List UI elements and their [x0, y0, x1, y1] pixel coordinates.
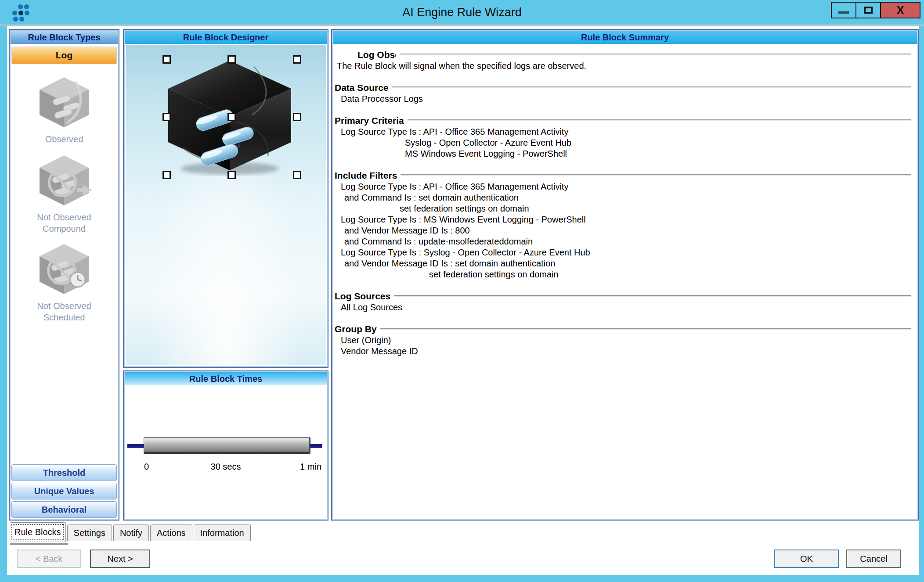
summary-section-heading: Log Sources: [335, 291, 913, 302]
type-label: Not Observed Scheduled: [17, 300, 111, 323]
dialog-client-area: Rule Block Types Log Observed: [7, 26, 919, 575]
summary-line: The Rule Block will signal when the spec…: [335, 61, 913, 72]
selection-handle[interactable]: [227, 171, 236, 179]
tab-label: Settings: [74, 528, 105, 538]
summary-line: User (Origin): [335, 335, 913, 346]
summary-section: Data Source Data Processor Logs: [335, 82, 913, 104]
summary-heading-text: Log Sources: [335, 291, 390, 302]
titlebar: AI Engine Rule Wizard X: [0, 0, 924, 25]
rule-block-types-header: Rule Block Types: [11, 31, 118, 44]
maximize-button[interactable]: [855, 2, 881, 18]
rule-block-summary-panel: Rule Block Summary Log Obse The Rule Blo…: [331, 29, 919, 521]
summary-line: All Log Sources: [335, 302, 913, 313]
tab-label: Information: [200, 528, 244, 538]
summary-line: Vendor Message ID: [335, 346, 913, 357]
summary-line: and Vendor Message ID Is : 800: [335, 225, 913, 236]
window-title: AI Engine Rule Wizard: [0, 0, 924, 25]
cancel-button[interactable]: Cancel: [846, 550, 901, 568]
rule-block-designer-panel: Rule Block Designer: [123, 29, 328, 368]
summary-heading-text: Include Filters: [335, 170, 397, 181]
summary-line: and Command Is : set domain authenticati…: [335, 192, 913, 203]
summary-line: Log Source Type Is : API - Office 365 Ma…: [335, 181, 913, 192]
tab-label: Actions: [157, 528, 186, 538]
summary-section: Primary Criteria Log Source Type Is : AP…: [335, 115, 913, 159]
back-button[interactable]: < Back: [17, 550, 81, 568]
type-label: Observed: [17, 133, 111, 145]
minimize-button[interactable]: [831, 2, 856, 18]
tab-actions[interactable]: Actions: [150, 525, 192, 541]
selection-handle[interactable]: [227, 55, 236, 64]
summary-line: Log Source Type Is : MS Windows Event Lo…: [335, 214, 913, 225]
observed-cube-icon: [33, 72, 95, 133]
selection-handle[interactable]: [162, 113, 171, 121]
heading-rule-line: [400, 54, 911, 54]
summary-section-lines: All Log Sources: [335, 302, 913, 313]
tab-rule-blocks[interactable]: Rule Blocks: [10, 522, 66, 542]
tab-settings[interactable]: Settings: [67, 525, 112, 541]
selection-handle[interactable]: [227, 113, 236, 121]
type-item-not-observed-compound[interactable]: Not Observed Compound: [17, 150, 111, 234]
summary-section-heading: Log Obse: [335, 49, 913, 61]
wizard-tabstrip: Rule Blocks Settings Notify Actions Info…: [10, 522, 252, 545]
ok-button[interactable]: OK: [774, 550, 839, 568]
type-label: Not Observed Compound: [17, 212, 111, 234]
summary-heading-text: Log Obse: [357, 49, 396, 61]
time-slider-ticks: 0 30 secs 1 min: [124, 462, 328, 474]
heading-rule-line: [380, 328, 911, 329]
time-range-bar[interactable]: [144, 437, 310, 454]
summary-sections: Log Obse The Rule Block will signal when…: [334, 45, 916, 518]
tick-1min: 1 min: [300, 462, 321, 472]
tab-notify[interactable]: Notify: [113, 525, 149, 541]
summary-section-lines: User (Origin)Vendor Message ID: [335, 335, 913, 357]
summary-line: set federation settings on domain: [335, 203, 913, 214]
tab-information[interactable]: Information: [194, 525, 251, 541]
heading-rule-line: [394, 295, 911, 296]
behavioral-button[interactable]: Behavioral: [11, 501, 117, 518]
selection-handle[interactable]: [162, 55, 171, 64]
summary-section-heading: Group By: [335, 323, 913, 335]
summary-section-heading: Include Filters: [335, 170, 913, 181]
heading-rule-line: [392, 86, 911, 87]
designer-canvas[interactable]: [126, 45, 326, 365]
summary-line: Data Processor Logs: [335, 93, 913, 104]
summary-line: Syslog - Open Collector - Azure Event Hu…: [335, 137, 913, 148]
summary-section-lines: The Rule Block will signal when the spec…: [335, 61, 913, 72]
minimize-icon: [838, 11, 849, 14]
summary-heading-text: Group By: [335, 323, 377, 335]
next-button[interactable]: Next >: [90, 550, 150, 568]
summary-section: Log Obse The Rule Block will signal when…: [335, 49, 913, 72]
summary-line: and Vendor Message ID Is : set domain au…: [335, 258, 913, 269]
rule-block-summary-header: Rule Block Summary: [333, 31, 917, 44]
unique-values-button[interactable]: Unique Values: [11, 483, 117, 499]
summary-line: Log Source Type Is : API - Office 365 Ma…: [335, 126, 913, 137]
type-item-observed[interactable]: Observed: [17, 72, 111, 145]
type-item-not-observed-scheduled[interactable]: Not Observed Scheduled: [17, 239, 111, 323]
summary-line: set federation settings on domain: [335, 269, 913, 280]
summary-heading-text: Primary Criteria: [335, 115, 404, 126]
rule-block-type-list: Observed Not Observed: [10, 64, 119, 323]
heading-rule-line: [408, 119, 911, 120]
selection-handle[interactable]: [293, 55, 301, 64]
tab-label: Notify: [120, 528, 142, 538]
close-icon: X: [897, 4, 904, 17]
close-button[interactable]: X: [880, 2, 920, 18]
tab-label: Rule Blocks: [14, 527, 61, 537]
rule-block-designer-header: Rule Block Designer: [125, 31, 327, 44]
summary-line: MS Windows Event Logging - PowerShell: [335, 148, 913, 159]
selection-handle[interactable]: [293, 171, 301, 179]
summary-line: and Command Is : update-msolfederateddom…: [335, 236, 913, 247]
log-type-button[interactable]: Log: [11, 47, 117, 64]
summary-section-lines: Data Processor Logs: [335, 93, 913, 104]
rule-block-times-panel: Rule Block Times 0 30 secs 1 min: [123, 370, 328, 521]
not-observed-scheduled-cube-icon: [33, 239, 95, 300]
tick-zero: 0: [144, 462, 149, 472]
selection-handle[interactable]: [162, 171, 171, 179]
summary-section-heading: Data Source: [335, 82, 913, 93]
threshold-button[interactable]: Threshold: [11, 464, 117, 481]
selected-rule-block[interactable]: [162, 55, 301, 179]
tick-30secs: 30 secs: [211, 462, 241, 472]
selection-handle[interactable]: [293, 113, 301, 121]
rule-block-times-header: Rule Block Times: [125, 372, 327, 385]
rule-block-category-buttons: Threshold Unique Values Behavioral: [11, 463, 117, 518]
summary-section-lines: Log Source Type Is : API - Office 365 Ma…: [335, 126, 913, 159]
